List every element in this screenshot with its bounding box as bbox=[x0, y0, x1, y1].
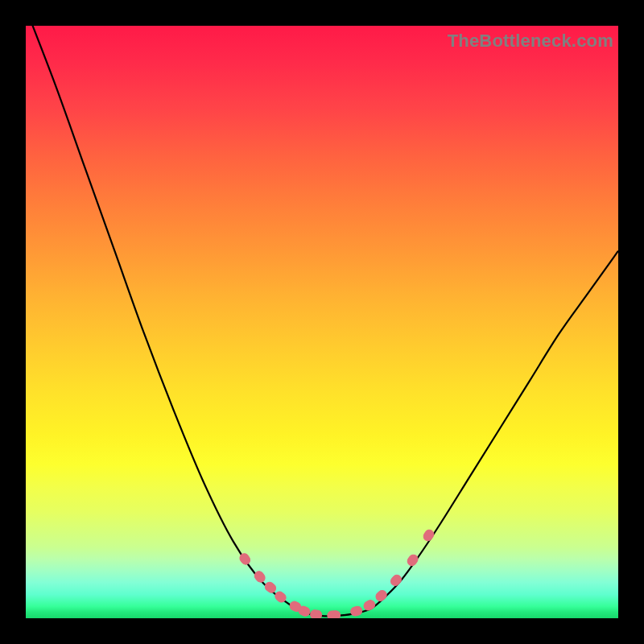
plot-area: TheBottleneck.com bbox=[26, 26, 618, 618]
curve-marker bbox=[350, 605, 363, 617]
curve-marker bbox=[362, 599, 376, 612]
curve-marker bbox=[406, 553, 419, 568]
curve-marker bbox=[374, 588, 389, 602]
curve-marker bbox=[310, 609, 322, 618]
outer-frame: TheBottleneck.com bbox=[0, 0, 644, 644]
curve-svg bbox=[26, 26, 618, 618]
curve-marker bbox=[422, 528, 436, 543]
curve-marker bbox=[389, 573, 403, 588]
watermark-text: TheBottleneck.com bbox=[448, 31, 613, 52]
curve-marker bbox=[263, 580, 278, 594]
bottleneck-curve bbox=[26, 26, 618, 616]
curve-marker bbox=[328, 610, 341, 618]
curve-marker bbox=[253, 570, 266, 584]
